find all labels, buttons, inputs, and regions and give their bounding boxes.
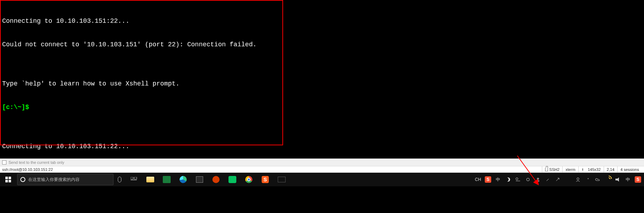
taskbar-app-store[interactable] [191, 173, 208, 186]
svg-point-7 [577, 178, 579, 180]
ime-lang-2[interactable]: 中 [623, 173, 633, 186]
tray-sogou[interactable]: S [483, 173, 493, 186]
svg-point-4 [527, 178, 529, 181]
cortana-icon [20, 177, 25, 182]
term-prompt[interactable]: [c:\~]$ [2, 103, 558, 111]
edge-icon [180, 176, 187, 183]
speaker-muted-icon [615, 177, 620, 182]
send-all-checkbox[interactable] [2, 160, 6, 165]
lock-icon [545, 168, 548, 171]
tray-overflow[interactable]: ˄ [583, 173, 593, 186]
tray-network[interactable] [603, 173, 613, 186]
microphone-icon [118, 177, 121, 182]
tray-wrench[interactable] [543, 173, 553, 186]
wrench-icon [545, 177, 550, 182]
sogou-icon: S [485, 176, 491, 183]
svg-rect-0 [131, 177, 133, 179]
sogou-icon: S [262, 176, 269, 183]
taskbar-app-edge[interactable] [175, 173, 191, 186]
tray-sogou-2[interactable]: S [633, 173, 643, 186]
send-text-placeholder[interactable]: Send text to the current tab only [9, 160, 64, 165]
taskbar-app-sogou[interactable]: S [257, 173, 273, 186]
taskbar-app-red[interactable] [208, 173, 224, 186]
start-button[interactable] [0, 173, 16, 186]
gear-icon [525, 177, 530, 182]
tray-contact[interactable] [573, 173, 583, 186]
tray-weather[interactable] [513, 173, 523, 186]
terminal-margin [560, 0, 644, 159]
windows-logo-icon [5, 177, 11, 182]
status-term-type: xterm [562, 166, 578, 172]
sogou-icon: S [635, 176, 641, 183]
taskbar-app-file-explorer[interactable] [142, 173, 159, 186]
status-cursor-pos: 2,14 [604, 166, 617, 172]
tray-item[interactable] [563, 173, 573, 186]
term-line: Connecting to 10.10.103.151:22... [2, 142, 558, 150]
people-icon [535, 177, 540, 182]
app-icon [163, 176, 171, 183]
terminal-icon [278, 177, 286, 182]
tray-people[interactable] [533, 173, 543, 186]
windows-taskbar[interactable]: 在这里输入你要搜索的内容 S CH S 中 ˄ 中 S [0, 173, 644, 186]
svg-point-3 [516, 178, 518, 180]
tray-volume[interactable] [613, 173, 623, 186]
folder-icon [146, 177, 154, 182]
tray-item[interactable] [523, 173, 533, 186]
terminal-output[interactable]: Connecting to 10.10.103.151:22... Could … [0, 0, 560, 159]
status-bar: ssh://root@10.10.103.151:22 SSH2 xterm ↕… [0, 166, 644, 173]
svg-rect-6 [537, 180, 539, 182]
taskbar-search[interactable]: 在这里输入你要搜索的内容 [17, 174, 114, 185]
taskbar-app-green[interactable] [159, 173, 175, 186]
store-icon [196, 176, 203, 183]
app-icon [212, 176, 220, 183]
system-tray[interactable]: CH S 中 ˄ 中 S [473, 173, 644, 186]
status-sessions: 4 sessions [617, 166, 642, 172]
search-placeholder: 在这里输入你要搜索的内容 [28, 177, 80, 183]
cloud-icon [595, 177, 601, 182]
taskbar-app-wechat[interactable] [224, 173, 241, 186]
status-size: ↕ 145x32 [578, 166, 604, 172]
tray-cloud[interactable] [593, 173, 603, 186]
task-view-icon [131, 177, 137, 182]
status-proto: SSH2 [542, 166, 563, 172]
share-icon [555, 177, 560, 182]
taskbar-app-terminal[interactable] [273, 173, 290, 186]
ime-lang[interactable]: 中 [493, 173, 503, 186]
chrome-icon [245, 176, 252, 183]
tray-night[interactable] [503, 173, 513, 186]
tray-share[interactable] [553, 173, 563, 186]
mic-button[interactable] [114, 173, 126, 186]
task-view-button[interactable] [126, 173, 142, 186]
send-text-bar[interactable]: Send text to the current tab only [0, 159, 644, 166]
term-line: Type `help' to learn how to use Xshell p… [2, 80, 558, 88]
wifi-icon [605, 177, 610, 182]
term-line: Could not connect to '10.10.103.151' (po… [2, 41, 558, 48]
taskbar-app-chrome[interactable] [241, 173, 257, 186]
status-connection: ssh://root@10.10.103.151:22 [2, 167, 53, 172]
term-line: Connecting to 10.10.103.151:22... [2, 17, 558, 25]
chevron-up-icon: ˄ [587, 178, 589, 182]
ime-indicator[interactable]: CH [473, 173, 483, 186]
moon-icon [506, 177, 510, 182]
person-icon [575, 177, 581, 182]
svg-rect-2 [131, 180, 137, 180]
bottom-black-area [0, 186, 644, 213]
wechat-icon [228, 176, 236, 183]
svg-rect-1 [134, 177, 137, 179]
svg-point-5 [537, 178, 539, 180]
weather-icon [515, 177, 521, 182]
